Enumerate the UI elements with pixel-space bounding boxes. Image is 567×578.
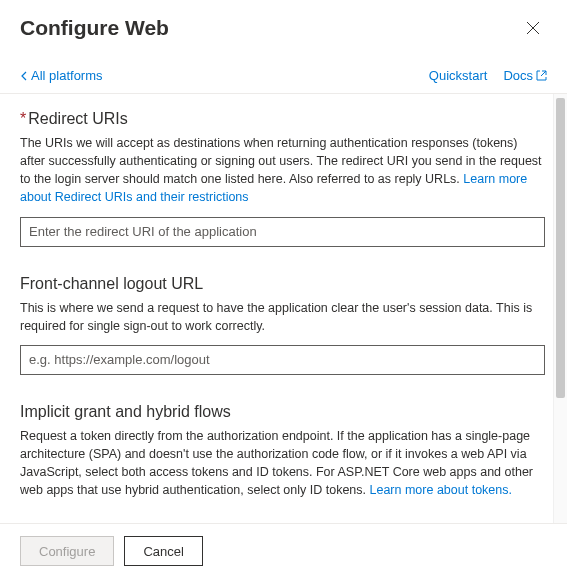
page-title: Configure Web	[20, 16, 169, 40]
quickstart-link[interactable]: Quickstart	[429, 68, 488, 83]
cancel-button[interactable]: Cancel	[124, 536, 202, 566]
logout-url-desc: This is where we send a request to have …	[20, 299, 545, 335]
chevron-left-icon	[20, 71, 29, 81]
implicit-grant-title: Implicit grant and hybrid flows	[20, 403, 545, 421]
close-button[interactable]	[519, 14, 547, 42]
back-all-platforms-link[interactable]: All platforms	[20, 68, 103, 83]
logout-url-input[interactable]	[20, 345, 545, 375]
scrollbar[interactable]	[553, 94, 567, 523]
redirect-uri-input[interactable]	[20, 217, 545, 247]
implicit-grant-section: Implicit grant and hybrid flows Request …	[20, 403, 545, 500]
configure-button[interactable]: Configure	[20, 536, 114, 566]
content-area: *Redirect URIs The URIs we will accept a…	[0, 94, 553, 523]
svg-line-2	[541, 71, 546, 76]
implicit-grant-learn-more-link[interactable]: Learn more about tokens.	[370, 483, 512, 497]
back-link-label: All platforms	[31, 68, 103, 83]
required-indicator: *	[20, 110, 26, 127]
logout-url-section: Front-channel logout URL This is where w…	[20, 275, 545, 375]
redirect-uris-section: *Redirect URIs The URIs we will accept a…	[20, 110, 545, 247]
logout-url-title: Front-channel logout URL	[20, 275, 545, 293]
scroll-thumb[interactable]	[556, 98, 565, 398]
docs-link-label: Docs	[503, 68, 533, 83]
close-icon	[526, 21, 540, 35]
redirect-uris-title: Redirect URIs	[28, 110, 128, 127]
docs-link[interactable]: Docs	[503, 68, 547, 83]
external-link-icon	[536, 70, 547, 81]
